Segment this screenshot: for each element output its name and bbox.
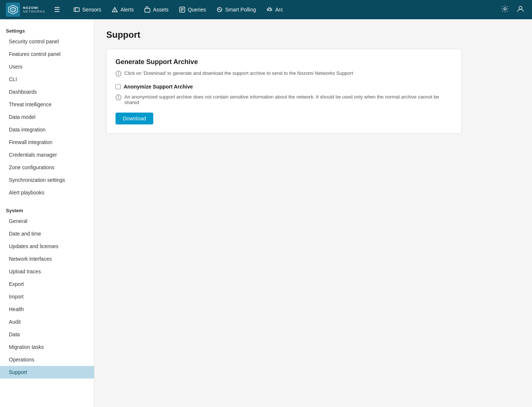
arc-icon — [266, 6, 273, 13]
settings-button[interactable] — [499, 3, 511, 16]
svg-marker-1 — [10, 7, 16, 12]
hamburger-button[interactable]: ☰ — [51, 4, 63, 15]
assets-icon — [144, 6, 151, 13]
sidebar-item-security-control-panel[interactable]: Security control panel — [0, 35, 94, 48]
sidebar-item-operations[interactable]: Operations — [0, 353, 94, 366]
nav-item-smart-polling[interactable]: Smart Polling — [212, 4, 260, 15]
sidebar-item-updates-and-licenses[interactable]: Updates and licenses — [0, 240, 94, 253]
smart-polling-icon — [216, 6, 223, 13]
sidebar-item-credentials-manager[interactable]: Credentials manager — [0, 149, 94, 161]
svg-point-18 — [519, 6, 522, 9]
sidebar-item-audit[interactable]: Audit — [0, 316, 94, 328]
svg-point-24 — [118, 96, 119, 97]
sidebar-item-cli[interactable]: CLI — [0, 73, 94, 86]
topnav-right — [499, 3, 526, 16]
sidebar-item-date-and-time[interactable]: Date and time — [0, 227, 94, 240]
layout: Settings Security control panel Features… — [0, 19, 532, 407]
svg-point-21 — [118, 73, 119, 73]
nav-item-queries[interactable]: Queries — [174, 4, 210, 15]
svg-point-14 — [268, 9, 271, 11]
anonymize-checkbox-row: Anonymize Support Archive — [116, 84, 452, 90]
anon-info-icon — [116, 94, 121, 101]
sidebar-item-firewall-integration[interactable]: Firewall integration — [0, 136, 94, 149]
nav-label-arc: Arc — [275, 7, 283, 13]
page-title: Support — [106, 30, 520, 40]
queries-icon — [179, 6, 185, 13]
sidebar-item-export[interactable]: Export — [0, 278, 94, 290]
sidebar-item-migration-tasks[interactable]: Migration tasks — [0, 341, 94, 353]
main-content: Support Generate Support Archive Click o… — [94, 19, 532, 407]
svg-rect-2 — [74, 8, 79, 11]
info-icon — [116, 71, 121, 78]
nav-label-smart-polling: Smart Polling — [225, 7, 256, 13]
nav-label-assets: Assets — [153, 7, 168, 13]
sidebar-item-dashboards[interactable]: Dashboards — [0, 86, 94, 98]
sidebar: Settings Security control panel Features… — [0, 19, 94, 407]
svg-rect-8 — [145, 9, 150, 12]
anon-info-row: An anonymized support archive does not c… — [116, 94, 452, 105]
card-info-row: Click on 'Download' to generate and down… — [116, 70, 452, 78]
nav-item-alerts[interactable]: Alerts — [107, 4, 138, 15]
sidebar-item-data-model[interactable]: Data model — [0, 111, 94, 123]
anonymize-checkbox[interactable] — [116, 84, 121, 89]
nav-item-sensors[interactable]: Sensors — [69, 4, 106, 15]
sidebar-item-data[interactable]: Data — [0, 328, 94, 341]
anon-info-text: An anonymized support archive does not c… — [124, 94, 452, 105]
sidebar-item-upload-traces[interactable]: Upload traces — [0, 265, 94, 278]
sidebar-item-network-interfaces[interactable]: Network interfaces — [0, 253, 94, 265]
system-section-title: System — [0, 205, 94, 215]
nav-label-alerts: Alerts — [120, 7, 134, 13]
sidebar-item-zone-configurations[interactable]: Zone configurations — [0, 161, 94, 174]
nav-item-assets[interactable]: Assets — [140, 4, 173, 15]
settings-section-title: Settings — [0, 25, 94, 35]
download-button[interactable]: Download — [116, 113, 153, 124]
sidebar-item-import[interactable]: Import — [0, 290, 94, 303]
sidebar-item-features-control-panel[interactable]: Features control panel — [0, 48, 94, 60]
sidebar-item-users[interactable]: Users — [0, 60, 94, 73]
nav-label-sensors: Sensors — [82, 7, 101, 13]
sidebar-item-threat-intelligence[interactable]: Threat Intelligence — [0, 98, 94, 111]
alert-icon — [111, 6, 118, 13]
anonymize-label[interactable]: Anonymize Support Archive — [124, 84, 193, 90]
sensor-icon — [73, 6, 80, 13]
user-button[interactable] — [515, 3, 526, 16]
svg-point-7 — [115, 11, 115, 11]
sidebar-item-synchronization-settings[interactable]: Synchronization settings — [0, 174, 94, 186]
logo: NOZOMI NETWORKS — [6, 3, 45, 17]
logo-box — [6, 3, 20, 17]
svg-point-17 — [504, 8, 506, 10]
nav-label-queries: Queries — [188, 7, 206, 13]
card-info-text: Click on 'Download' to generate and down… — [124, 70, 353, 76]
topnav: NOZOMI NETWORKS ☰ Sensors — [0, 0, 532, 19]
support-card: Generate Support Archive Click on 'Downl… — [106, 49, 462, 134]
card-title: Generate Support Archive — [116, 58, 452, 66]
sidebar-item-general[interactable]: General — [0, 215, 94, 227]
sidebar-item-support[interactable]: Support — [0, 366, 94, 378]
sidebar-item-data-integration[interactable]: Data integration — [0, 123, 94, 136]
nav-item-arc[interactable]: Arc — [262, 4, 287, 15]
sidebar-item-health[interactable]: Health — [0, 303, 94, 316]
sidebar-item-alert-playbooks[interactable]: Alert playbooks — [0, 186, 94, 199]
nav-items: Sensors Alerts Assets — [69, 4, 496, 15]
